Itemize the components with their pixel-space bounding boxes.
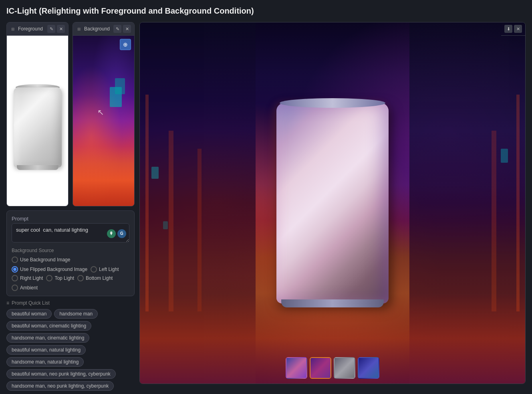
tag-beautiful-woman-natural[interactable]: beautiful woman, natural lighting [6, 345, 86, 355]
neon-left-2 [163, 221, 168, 229]
cursor-indicator: ↖ [97, 107, 104, 117]
thumb-img-3 [335, 358, 355, 378]
prompt-icons: 🎙 G [107, 229, 126, 238]
radio-group-row1: Use Background Image Use Flipped Backgro… [12, 257, 129, 273]
radio-circle-top-light [46, 275, 52, 281]
thumb-img-1 [286, 358, 306, 378]
radio-label-top-light: Top Light [54, 275, 74, 281]
relit-scene [140, 22, 525, 384]
tag-handsome-man[interactable]: handsome man [54, 309, 98, 319]
radio-group-row2: Right Light Top Light Bottom Light Ambie… [12, 275, 129, 291]
tag-beautiful-woman[interactable]: beautiful woman [6, 309, 52, 319]
relit-can [276, 103, 389, 303]
quick-list-header: ≡ Prompt Quick List [6, 300, 135, 306]
foreground-can-image [14, 87, 62, 168]
background-content: ↖ ⊕ [73, 36, 134, 206]
foreground-close-button[interactable]: ✕ [57, 25, 65, 33]
quick-list-section: ≡ Prompt Quick List beautiful woman hand… [6, 300, 135, 391]
output-close-button[interactable]: ✕ [514, 25, 522, 33]
background-close-button[interactable]: ✕ [123, 25, 131, 33]
radio-top-light[interactable]: Top Light [46, 275, 74, 281]
controls-area: Prompt super cool can, natural lighting … [6, 210, 135, 296]
radio-label-ambient: Ambient [20, 285, 38, 291]
background-panel-header: ⊞ Background ✎ ✕ [73, 22, 134, 36]
page-title: IC-Light (Relighting with Foreground and… [6, 6, 526, 16]
bldg-left [145, 95, 149, 311]
bldg-right [516, 95, 520, 311]
relit-can-top [280, 98, 385, 108]
prompt-label: Prompt [12, 216, 129, 222]
radio-circle-bg-flipped [12, 266, 18, 273]
radio-right-light[interactable]: Right Light [12, 275, 43, 281]
thumb-img-4 [359, 358, 379, 378]
tag-handsome-man-neopunk[interactable]: handsome man, neo punk lighting, cyberpu… [6, 381, 114, 391]
thumb-img-2 [310, 358, 330, 378]
prompt-icon-1: 🎙 [107, 229, 116, 238]
can-bottom [17, 165, 58, 170]
tag-handsome-man-natural[interactable]: handsome man, natural lighting [6, 357, 84, 367]
radio-label-left-light: Left Light [99, 267, 119, 272]
neon-right-1 [501, 149, 508, 163]
radio-ambient[interactable]: Ambient [12, 285, 38, 291]
bldg-right-2 [492, 131, 496, 311]
tag-beautiful-woman-neopunk[interactable]: beautiful woman, neo punk lighting, cybe… [6, 369, 116, 379]
thumbnail-4[interactable] [358, 357, 379, 379]
prompt-section: Prompt super cool can, natural lighting … [12, 216, 129, 244]
radio-bg-flipped[interactable]: Use Flipped Background Image [12, 266, 87, 273]
quick-list-tags: beautiful woman handsome man beautiful w… [6, 309, 135, 391]
output-header: ⬇ ✕ [501, 22, 525, 36]
background-label: Background [84, 26, 110, 32]
thumbnail-2[interactable] [310, 357, 331, 379]
radio-bg-image[interactable]: Use Background Image [12, 257, 70, 263]
background-source-section: Background Source Use Background Image U… [12, 248, 129, 291]
bg-image-icon: ⊞ [76, 26, 82, 32]
radio-circle-bg-image [12, 257, 18, 263]
thumbnail-1[interactable] [286, 357, 307, 379]
radio-bottom-light[interactable]: Bottom Light [77, 275, 113, 281]
foreground-label: Foreground [18, 26, 43, 32]
radio-label-bottom-light: Bottom Light [86, 275, 113, 281]
can-body [14, 87, 62, 168]
foreground-panel-header: ⊞ Foreground ✎ ✕ [7, 22, 68, 36]
tag-handsome-man-cinematic[interactable]: handsome man, cinematic lighting [6, 333, 89, 343]
prompt-textarea-wrapper: super cool can, natural lighting 🎙 G [12, 223, 129, 244]
output-thumbnails [286, 357, 379, 379]
quick-list-icon: ≡ [6, 300, 9, 306]
foreground-content [7, 36, 68, 206]
radio-label-bg-image: Use Background Image [20, 257, 70, 263]
relit-can-bottom [281, 299, 384, 307]
tag-beautiful-woman-cinematic[interactable]: beautiful woman, cinematic lighting [6, 321, 91, 331]
background-panel: ⊞ Background ✎ ✕ [73, 22, 135, 206]
thumbnail-3[interactable] [334, 357, 355, 379]
city-buildings [73, 87, 134, 206]
bldg-left-2 [169, 131, 173, 311]
background-source-label: Background Source [12, 248, 129, 253]
background-edit-button[interactable]: ✎ [113, 25, 121, 33]
radio-circle-ambient [12, 285, 18, 291]
output-panel: ⬇ ✕ [139, 22, 526, 384]
crosshair-button[interactable]: ⊕ [120, 39, 131, 50]
radio-circle-left-light [91, 266, 97, 273]
radio-label-bg-flipped: Use Flipped Background Image [20, 267, 87, 272]
neon-left-1 [151, 167, 159, 179]
bldg-left-3 [197, 149, 202, 311]
radio-left-light[interactable]: Left Light [91, 266, 119, 273]
radio-circle-bottom-light [77, 275, 84, 281]
city-background-image: ↖ [73, 36, 134, 206]
relit-can-body [276, 103, 389, 303]
radio-label-right-light: Right Light [20, 275, 43, 281]
image-panels-row: ⊞ Foreground ✎ ✕ [6, 22, 135, 206]
radio-circle-right-light [12, 275, 18, 281]
foreground-panel: ⊞ Foreground ✎ ✕ [6, 22, 69, 206]
foreground-edit-button[interactable]: ✎ [47, 25, 55, 33]
prompt-icon-2: G [117, 229, 126, 238]
left-panel: ⊞ Foreground ✎ ✕ [6, 22, 135, 384]
quick-list-label: Prompt Quick List [12, 300, 50, 306]
image-icon: ⊞ [10, 26, 16, 32]
output-download-button[interactable]: ⬇ [504, 25, 512, 33]
